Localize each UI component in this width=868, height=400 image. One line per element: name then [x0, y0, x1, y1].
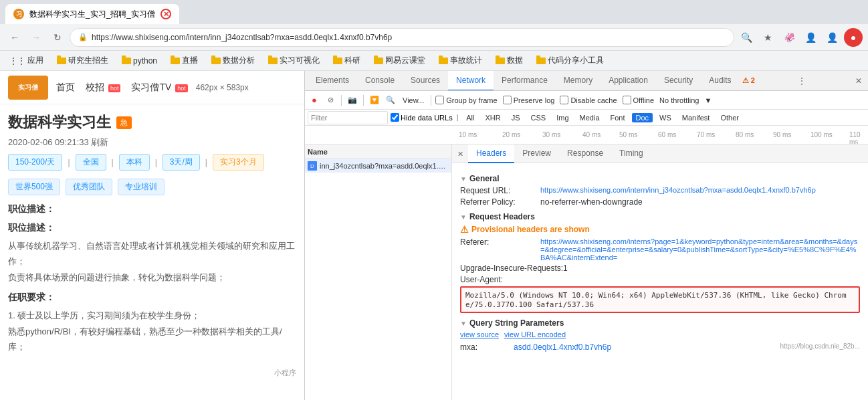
tab-close-button[interactable]: ✕	[160, 9, 171, 19]
salary-tag: 150-200/天	[8, 154, 62, 171]
tab-memory[interactable]: Memory	[556, 71, 601, 91]
address-bar[interactable]: 🔒 https://www.shixiseng.com/intern/inn_j…	[70, 28, 734, 47]
group-by-frame-label[interactable]: Group by frame	[435, 96, 497, 104]
details-tab-headers[interactable]: Headers	[468, 144, 514, 163]
timeline-50ms: 50 ms	[619, 131, 637, 138]
preserve-log-checkbox[interactable]	[503, 96, 512, 104]
provisional-warning-row: ⚠ Provisional headers are shown	[460, 224, 860, 235]
filter-input[interactable]	[308, 111, 388, 124]
job-desc-item-1: 从事传统机器学习、自然语言处理或者计算机视觉相关领域的研究和应用工作；	[8, 238, 296, 270]
tab-sources[interactable]: Sources	[403, 71, 448, 91]
tab-console[interactable]: Console	[357, 71, 403, 91]
filter-css[interactable]: CSS	[527, 113, 550, 122]
bookmark-accident[interactable]: 事故统计	[435, 54, 486, 68]
hide-data-urls-checkbox[interactable]	[391, 113, 399, 122]
filter-media[interactable]: Media	[576, 113, 604, 122]
bookmark-data-analysis[interactable]: 数据分析	[207, 54, 259, 68]
req-item-1: 1. 硕士及以上学历，实习期间须为在校学生身份；	[8, 308, 296, 323]
details-content: General Request URL: https://www.shixise…	[452, 163, 868, 360]
camera-button[interactable]: 📷	[346, 94, 359, 107]
stop-button[interactable]: ⊘	[324, 94, 337, 107]
disable-cache-label[interactable]: Disable cache	[560, 96, 617, 104]
record-button[interactable]: ●	[308, 94, 321, 107]
extension-icon-1[interactable]: 🦑	[780, 28, 798, 47]
filter-font[interactable]: Font	[607, 113, 629, 122]
filter-manifest[interactable]: Manifest	[678, 113, 714, 122]
bookmark-star-icon[interactable]: ★	[758, 28, 777, 47]
network-row[interactable]: D inn_j34ozcntlsab?mxa=asdd.0eqlx1.4xnxf…	[305, 159, 451, 173]
filter-xhr[interactable]: XHR	[481, 113, 505, 122]
site-nav: 首页 校招 hot 实习僧TV hot	[56, 82, 188, 94]
hide-data-urls-label[interactable]: Hide data URLs	[391, 113, 453, 122]
filter-doc[interactable]: Doc	[632, 113, 653, 122]
timeline-80ms: 80 ms	[736, 131, 754, 138]
offline-label[interactable]: Offline	[623, 96, 655, 104]
bookmark-live[interactable]: 直播	[167, 54, 202, 68]
filter-img[interactable]: Img	[552, 113, 572, 122]
tab-application[interactable]: Application	[601, 71, 656, 91]
req-title: 任职要求：	[8, 292, 296, 304]
folder-icon-7	[374, 58, 383, 64]
filter-other[interactable]: Other	[716, 113, 743, 122]
tag-fortune500: 世界500强	[8, 179, 60, 195]
tab-audits[interactable]: Audits	[701, 71, 739, 91]
tab-performance[interactable]: Performance	[494, 71, 556, 91]
job-desc-title: 职位描述：	[8, 203, 296, 215]
devtools-close-button[interactable]: ✕	[849, 72, 868, 90]
referrer-policy-key: Referrer Policy:	[460, 197, 540, 207]
main-area: 实习僧 首页 校招 hot 实习僧TV hot 462px × 583px	[0, 71, 868, 400]
separator-4: |	[205, 158, 207, 167]
query-link: https://blog.csdn.nie_82b...	[780, 342, 860, 352]
bookmark-grad[interactable]: 研究生招生	[53, 54, 112, 68]
hot-badge-campus: hot	[108, 84, 121, 92]
bookmark-viz[interactable]: 实习可视化	[264, 54, 324, 68]
tab-elements[interactable]: Elements	[308, 71, 357, 91]
filter-button[interactable]: 🔽	[368, 94, 381, 107]
view-url-encoded-link[interactable]: view URL encoded	[504, 330, 566, 338]
search-button[interactable]: 🔍	[384, 94, 397, 107]
referrer-policy-row: Referrer Policy: no-referrer-when-downgr…	[460, 197, 860, 207]
folder-icon	[57, 58, 66, 64]
offline-checkbox[interactable]	[623, 96, 631, 104]
extension-red-icon[interactable]: ●	[844, 28, 863, 47]
reload-button[interactable]: ↻	[48, 28, 67, 47]
browser-window: 习 数据科学实习生_实习_招聘_实习僧 ✕ ← → ↻ 🔒 https://ww…	[0, 0, 868, 400]
devtools-more-icon[interactable]: ⋮	[792, 72, 811, 90]
account-icon[interactable]: 👤	[823, 28, 841, 47]
view-source-link[interactable]: view source	[460, 330, 499, 338]
nav-home[interactable]: 首页	[56, 82, 75, 94]
search-icon-btn[interactable]: 🔍	[737, 28, 756, 47]
bookmark-research[interactable]: 科研	[329, 54, 364, 68]
apps-icon: ⋮⋮	[9, 56, 25, 66]
timeline-60ms: 60 ms	[658, 131, 676, 138]
preserve-log-label[interactable]: Preserve log	[503, 96, 555, 104]
details-tab-response[interactable]: Response	[559, 144, 611, 163]
folder-icon-6	[333, 58, 342, 64]
details-tab-preview[interactable]: Preview	[514, 144, 559, 163]
bookmark-python[interactable]: python	[118, 55, 161, 67]
tab-title: 数据科学实习生_实习_招聘_实习僧	[29, 9, 155, 20]
browser-tab[interactable]: 习 数据科学实习生_实习_招聘_实习僧 ✕	[5, 4, 179, 24]
filter-all[interactable]: All	[462, 113, 478, 122]
bookmark-netease[interactable]: 网易云课堂	[370, 54, 429, 68]
filter-js[interactable]: JS	[508, 113, 524, 122]
extension-icon-2[interactable]: 👤	[801, 28, 820, 47]
forward-button[interactable]: →	[27, 28, 45, 47]
details-close-x[interactable]: ✕	[452, 144, 468, 163]
filter-ws[interactable]: WS	[655, 113, 675, 122]
nav-campus[interactable]: 校招 hot	[86, 82, 120, 94]
back-button[interactable]: ←	[5, 28, 24, 47]
disable-cache-checkbox[interactable]	[560, 96, 568, 104]
devtools-toolbar: ● ⊘ 📷 🔽 🔍 View... Group by frame Preserv…	[305, 91, 868, 110]
details-tab-timing[interactable]: Timing	[611, 144, 651, 163]
tab-security[interactable]: Security	[656, 71, 701, 91]
nav-tv[interactable]: 实习僧TV hot	[131, 82, 187, 94]
bookmark-apps[interactable]: ⋮⋮ 应用	[5, 54, 47, 68]
tab-network[interactable]: Network	[448, 71, 494, 91]
folder-icon-9	[496, 58, 505, 64]
bookmark-code-share[interactable]: 代码分享小工具	[532, 54, 608, 68]
group-by-frame-checkbox[interactable]	[435, 96, 444, 104]
query-param-value: asdd.0eqlx1.4xnxf0.b7vh6p	[514, 342, 611, 352]
upgrade-row: Upgrade-Insecure-Requests: 1	[460, 264, 860, 273]
bookmark-data[interactable]: 数据	[492, 54, 527, 68]
